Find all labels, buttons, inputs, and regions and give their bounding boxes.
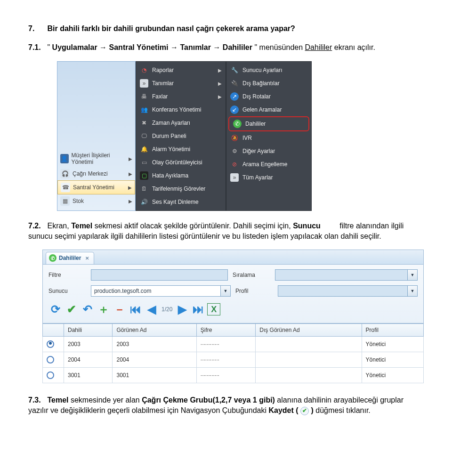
col-dahili: Dahili xyxy=(64,324,113,337)
label-profil: Profil xyxy=(235,288,273,294)
menu-label: Faxlar xyxy=(152,93,168,100)
q7-text: Bir dahili farklı bir dahili grubundan n… xyxy=(47,24,295,32)
sidebar-item-crm[interactable]: 👤 Müşteri İlişkileri Yönetimi ▶ xyxy=(57,150,135,167)
radio-icon[interactable] xyxy=(47,356,54,363)
expand-icon: » xyxy=(230,173,239,182)
export-excel-button[interactable]: X xyxy=(207,303,220,315)
menu-item-faxlar[interactable]: 🖶Faxlar▶ xyxy=(136,90,226,103)
menu-label: Hata Ayıklama xyxy=(152,172,188,179)
radio-icon[interactable] xyxy=(47,371,54,379)
p72-c: sekmesi aktif olacak şekilde görüntüleni… xyxy=(92,222,293,230)
menu-label: Durum Paneli xyxy=(152,133,186,139)
menu-item-sunucu-ayar[interactable]: 🔧Sunucu Ayarları xyxy=(226,64,311,77)
sidebar-item-santral[interactable]: ☎ Santral Yönetimi ▶ xyxy=(57,180,135,194)
headset-icon: 🎧 xyxy=(60,169,70,178)
menu-item-seskayit[interactable]: 🔊Ses Kayıt Dinleme xyxy=(136,195,226,209)
cell-profil: Yönetici xyxy=(362,352,423,368)
window-icon: ▭ xyxy=(140,158,148,167)
cell-dahili: 3001 xyxy=(64,368,113,383)
dropdown-profil[interactable]: ▼ xyxy=(278,285,418,297)
users-icon: 👤 xyxy=(60,154,69,163)
cell-dis xyxy=(256,368,362,383)
menu-item-tarife[interactable]: 🗓Tarifelenmiş Görevler xyxy=(136,182,226,195)
arrow-icon: → xyxy=(213,43,222,51)
menu-item-ivr[interactable]: 🔕IVR xyxy=(226,131,311,145)
menu-label: Dış Bağlantılar xyxy=(242,80,280,87)
col-sifre: Şifre xyxy=(196,324,255,337)
menu-item-tanimlar[interactable]: »Tanımlar▶ xyxy=(136,77,226,90)
menu-item-olay[interactable]: ▭Olay Görüntüleyicisi xyxy=(136,156,226,169)
col-profil: Profil xyxy=(362,324,423,337)
menu-item-zaman[interactable]: ✖Zaman Ayarları xyxy=(136,116,226,129)
menu-item-durum[interactable]: 🖵Durum Paneli xyxy=(136,129,226,143)
prev-button[interactable]: ◀ xyxy=(145,302,159,316)
menu-item-raporlar[interactable]: ◔Raporlar▶ xyxy=(136,64,226,77)
menu-label: Tanımlar xyxy=(152,80,174,87)
col-select xyxy=(43,324,64,337)
menu-label: Gelen Aramalar xyxy=(242,106,282,113)
screenshot-menus: 👤 Müşteri İlişkileri Yönetimi ▶ 🎧 Çağrı … xyxy=(56,61,424,211)
menu-label: Tüm Ayarlar xyxy=(242,174,273,181)
menu-item-tum-ayarlar[interactable]: »Tüm Ayarlar xyxy=(226,171,311,184)
table-row[interactable]: 30013001············Yönetici xyxy=(43,368,424,383)
menu-label: Diğer Ayarlar xyxy=(242,148,275,154)
p71-tail1: menüsünden xyxy=(259,43,305,51)
tab-dahililer[interactable]: ✆ Dahililer ✕ xyxy=(46,252,94,264)
next-button[interactable]: ▶ xyxy=(175,302,189,316)
cell-dahili: 2003 xyxy=(64,337,113,352)
p73-temel: Temel xyxy=(47,396,68,404)
input-filtre[interactable] xyxy=(91,269,228,281)
table-row[interactable]: 20042004············Yönetici xyxy=(43,352,424,368)
menu-item-dahililer[interactable]: ✆Dahililer xyxy=(229,117,308,130)
first-button[interactable]: ⏮ xyxy=(129,302,143,316)
dropdown-sunucu[interactable]: production.tegsoft.com ▼ xyxy=(91,285,231,297)
cell-select[interactable] xyxy=(43,368,64,383)
table-row[interactable]: 20032003············Yönetici xyxy=(43,337,424,352)
cell-select[interactable] xyxy=(43,337,64,352)
cell-gorunen: 2004 xyxy=(113,352,196,368)
cell-dahili: 2004 xyxy=(64,352,113,368)
p71-uygulamalar: Uygulamalar xyxy=(52,43,97,51)
sidebar-item-call-center[interactable]: 🎧 Çağrı Merkezi ▶ xyxy=(57,167,135,180)
menu-label: Arama Engelleme xyxy=(242,161,287,168)
tab-bar: ✆ Dahililer ✕ xyxy=(42,250,424,265)
menu-item-hata[interactable]: ▢Hata Ayıklama xyxy=(136,169,226,182)
label-filtre: Filtre xyxy=(48,272,86,278)
menu-item-arama-engelleme[interactable]: ⊘Arama Engelleme xyxy=(226,158,311,171)
p73-b: sekmesinde yer alan xyxy=(69,396,142,404)
apply-button[interactable]: ✔ xyxy=(65,302,79,316)
app-category-list: 👤 Müşteri İlişkileri Yönetimi ▶ 🎧 Çağrı … xyxy=(57,61,136,211)
menu-item-dis-baglanti[interactable]: 🔌Dış Bağlantılar xyxy=(226,77,311,90)
menu-item-dis-rotalar[interactable]: ↗Dış Rotalar xyxy=(226,90,311,103)
p71-santral: Santral Yönetimi xyxy=(109,43,169,51)
menu-item-alarm[interactable]: 🔔Alarm Yönetimi xyxy=(136,143,226,156)
para-7-2: 7.2. Ekran, Temel sekmesi aktif olacak ş… xyxy=(28,221,424,241)
menu-label: Zaman Ayarları xyxy=(152,120,190,126)
label-sunucu: Sunucu xyxy=(48,288,86,294)
undo-button[interactable]: ↶ xyxy=(81,302,95,316)
cell-profil: Yönetici xyxy=(362,368,423,383)
dropdown-siralama[interactable]: ▼ xyxy=(275,269,418,281)
refresh-button[interactable]: ⟳ xyxy=(48,302,63,316)
close-icon[interactable]: ✕ xyxy=(85,256,89,261)
cell-profil: Yönetici xyxy=(362,337,423,352)
remove-button[interactable]: － xyxy=(113,302,127,316)
highlight-dahililer: ✆Dahililer xyxy=(228,116,309,131)
sidebar-item-stok[interactable]: ▦ Stok ▶ xyxy=(57,194,135,208)
save-check-icon: ✔ xyxy=(300,407,309,415)
p73-cagri-cekme: Çağrı Çekme Grubu(1,2,7 veya 1 gibi) xyxy=(142,396,275,404)
p72-temel: Temel xyxy=(71,222,92,230)
add-button[interactable]: ＋ xyxy=(97,302,111,316)
cell-select[interactable] xyxy=(43,352,64,368)
para-7-1: 7.1. " Uygulamalar → Santral Yönetimi → … xyxy=(28,42,424,53)
radio-icon[interactable] xyxy=(47,340,54,348)
chevron-down-icon: ▼ xyxy=(407,286,417,296)
menu-item-gelen-aramalar[interactable]: ↙Gelen Aramalar xyxy=(226,103,311,116)
menu-label: Dahililer xyxy=(245,121,266,127)
last-button[interactable]: ⏭ xyxy=(191,302,205,316)
bell-icon: 🔔 xyxy=(140,145,148,153)
tools-icon: ✖ xyxy=(140,119,148,127)
menu-item-diger-ayar[interactable]: ⚙Diğer Ayarlar xyxy=(226,145,311,158)
menu-item-konferans[interactable]: 👥Konferans Yönetimi xyxy=(136,103,226,116)
gear-icon: ⚙ xyxy=(230,147,239,155)
